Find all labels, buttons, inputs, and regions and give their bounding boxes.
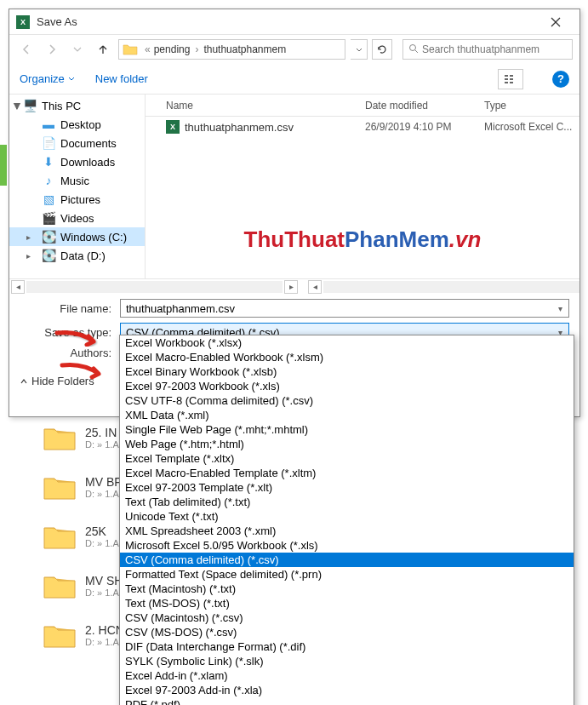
view-mode-button[interactable] — [498, 69, 523, 89]
filetype-option[interactable]: CSV UTF-8 (Comma delimited) (*.csv) — [120, 393, 574, 408]
filetype-option[interactable]: Text (Macintosh) (*.txt) — [120, 582, 574, 596]
filetype-option[interactable]: Web Page (*.htm;*.html) — [120, 437, 574, 451]
downloads-icon: ⬇ — [42, 155, 55, 169]
svg-rect-6 — [505, 75, 508, 77]
tree-music[interactable]: ♪Music — [9, 171, 145, 190]
filetype-option[interactable]: Excel Workbook (*.xlsx) — [120, 335, 574, 350]
tree-downloads[interactable]: ⬇Downloads — [9, 152, 145, 171]
nav-recent-button[interactable] — [67, 39, 88, 60]
chevron-down-icon[interactable]: ▾ — [553, 304, 567, 313]
dialog-title: Save As — [37, 15, 539, 28]
chevron-down-icon — [68, 77, 75, 81]
filetype-option[interactable]: Excel Macro-Enabled Workbook (*.xlsm) — [120, 350, 574, 364]
tree-windows-c[interactable]: ▸💽Windows (C:) — [9, 227, 145, 246]
scroll-right-button[interactable]: ▸ — [284, 280, 298, 294]
annotation-arrow-1 — [53, 326, 104, 352]
filetype-option[interactable]: Unicode Text (*.txt) — [120, 509, 574, 524]
pictures-icon: ▧ — [42, 192, 55, 206]
scroll-left-button[interactable]: ◂ — [11, 280, 25, 294]
tree-data-d[interactable]: ▸💽Data (D:) — [9, 246, 145, 265]
folder-icon — [43, 622, 77, 649]
search-box[interactable] — [402, 39, 573, 60]
help-button[interactable]: ? — [552, 71, 569, 88]
folder-title: 25K — [85, 524, 119, 538]
background-accent — [0, 145, 7, 186]
filetype-option[interactable]: Excel 97-2003 Add-in (*.xla) — [120, 683, 574, 697]
caret-icon: ▸ — [26, 232, 31, 242]
folder-icon — [123, 43, 138, 56]
file-row[interactable]: thuthuatphanmem.csv 26/9/2019 4:10 PM Mi… — [146, 117, 579, 137]
folder-icon — [43, 523, 77, 550]
new-folder-button[interactable]: New folder — [95, 72, 148, 85]
caret-icon: ⯆ — [13, 101, 21, 111]
folder-title: MV SH — [85, 574, 123, 588]
close-icon — [551, 17, 561, 27]
tree-this-pc[interactable]: ⯆ 🖥️ This PC — [9, 96, 145, 115]
search-input[interactable] — [422, 43, 567, 55]
nav-bar: « pending › thuthuatphanmem — [9, 35, 579, 64]
col-type[interactable]: Type — [484, 100, 579, 112]
chevron-right-icon: › — [195, 43, 198, 55]
tree-videos[interactable]: 🎬Videos — [9, 209, 145, 227]
file-name: thuthuatphanmem.csv — [185, 121, 294, 134]
col-name[interactable]: Name — [161, 100, 365, 112]
filetype-option[interactable]: Excel Add-in (*.xlam) — [120, 668, 574, 683]
drive-icon: 💽 — [42, 249, 55, 262]
path-segment-1[interactable]: pending — [154, 43, 191, 55]
filetype-option[interactable]: CSV (Comma delimited) (*.csv) — [120, 553, 574, 567]
filetype-option[interactable]: SYLK (Symbolic Link) (*.slk) — [120, 654, 574, 668]
scroll-track-2[interactable] — [323, 281, 579, 293]
filetype-option[interactable]: Single File Web Page (*.mht;*.mhtml) — [120, 422, 574, 437]
toolbar: Organize New folder ? — [9, 64, 579, 95]
path-dropdown-button[interactable] — [351, 39, 368, 60]
tree-documents[interactable]: 📄Documents — [9, 134, 145, 152]
filetype-option[interactable]: DIF (Data Interchange Format) (*.dif) — [120, 639, 574, 654]
refresh-icon — [377, 44, 387, 54]
file-type: Microsoft Excel C... — [484, 121, 579, 133]
nav-back-button[interactable] — [16, 39, 37, 60]
horizontal-scrollbar[interactable]: ◂ ▸ ◂ — [9, 278, 579, 294]
filetype-option[interactable]: Microsoft Excel 5.0/95 Workbook (*.xls) — [120, 538, 574, 553]
col-date[interactable]: Date modified — [365, 100, 484, 112]
svg-rect-8 — [505, 82, 508, 83]
filetype-option[interactable]: Excel Binary Workbook (*.xlsb) — [120, 364, 574, 379]
list-icon — [504, 74, 517, 84]
filetype-option[interactable]: XML Spreadsheet 2003 (*.xml) — [120, 524, 574, 538]
svg-text:X: X — [20, 18, 26, 26]
organize-button[interactable]: Organize — [20, 72, 75, 85]
tree-pictures[interactable]: ▧Pictures — [9, 190, 145, 209]
file-list: Name Date modified Type thuthuatphanmem.… — [146, 95, 579, 278]
nav-up-button[interactable] — [93, 39, 113, 60]
filetype-option[interactable]: Excel Template (*.xltx) — [120, 451, 574, 466]
filetype-option[interactable]: CSV (MS-DOS) (*.csv) — [120, 625, 574, 639]
svg-rect-11 — [510, 82, 513, 83]
pc-icon: 🖥️ — [23, 99, 37, 112]
title-bar: X Save As — [9, 9, 579, 35]
nav-forward-button[interactable] — [42, 39, 62, 60]
filetype-option[interactable]: Excel 97-2003 Workbook (*.xls) — [120, 379, 574, 393]
close-button[interactable] — [539, 9, 573, 35]
file-name-input[interactable]: thuthuatphanmem.csv ▾ — [120, 299, 569, 318]
filetype-option[interactable]: Text (Tab delimited) (*.txt) — [120, 495, 574, 509]
filetype-dropdown-list[interactable]: Excel Workbook (*.xlsx)Excel Macro-Enabl… — [119, 335, 574, 705]
path-segment-2[interactable]: thuthuatphanmem — [203, 43, 286, 55]
music-icon: ♪ — [42, 174, 55, 187]
filetype-option[interactable]: XML Data (*.xml) — [120, 408, 574, 422]
refresh-button[interactable] — [372, 39, 392, 60]
folder-title: MV BF — [85, 475, 122, 489]
scroll-track[interactable] — [26, 281, 283, 293]
filetype-option[interactable]: Text (MS-DOS) (*.txt) — [120, 596, 574, 610]
scroll-left-button-2[interactable]: ◂ — [308, 280, 322, 294]
filetype-option[interactable]: Excel Macro-Enabled Template (*.xltm) — [120, 466, 574, 480]
filetype-option[interactable]: Formatted Text (Space delimited) (*.prn) — [120, 567, 574, 582]
svg-line-5 — [415, 50, 418, 53]
annotation-arrow-2 — [58, 358, 109, 384]
tree-desktop[interactable]: ▬Desktop — [9, 115, 145, 134]
filetype-option[interactable]: CSV (Macintosh) (*.csv) — [120, 610, 574, 625]
breadcrumb[interactable]: « pending › thuthuatphanmem — [118, 39, 345, 60]
csv-file-icon — [166, 120, 180, 134]
filetype-option[interactable]: PDF (*.pdf) — [120, 697, 574, 705]
svg-rect-7 — [505, 78, 508, 80]
filetype-option[interactable]: Excel 97-2003 Template (*.xlt) — [120, 480, 574, 495]
drive-icon: 💽 — [42, 230, 55, 244]
